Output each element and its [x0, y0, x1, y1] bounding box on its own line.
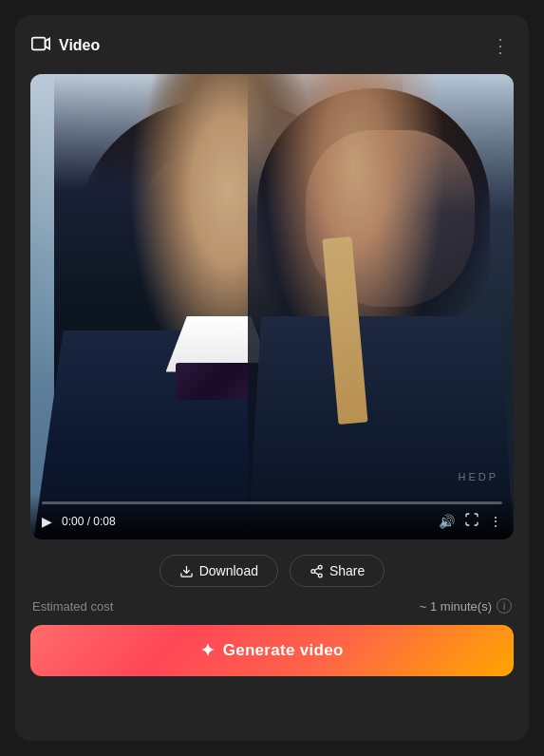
svg-line-5 — [314, 572, 318, 574]
svg-point-4 — [318, 574, 322, 577]
watermark: HEDP — [458, 471, 498, 482]
action-buttons: Download Share — [30, 555, 514, 587]
app-container: Video ⋮ HEDP — [0, 0, 544, 756]
header-more-button[interactable]: ⋮ — [487, 30, 514, 61]
svg-line-6 — [314, 568, 318, 570]
play-button[interactable]: ▶ — [42, 514, 52, 529]
video-controls: ▶ 0:00 / 0:08 🔊 ⋮ — [30, 494, 514, 539]
svg-rect-0 — [32, 38, 46, 50]
time-display: 0:00 / 0:08 — [62, 515, 429, 528]
sparkle-icon: ✦ — [200, 640, 215, 661]
share-label: Share — [329, 563, 365, 578]
cost-label: Estimated cost — [32, 599, 113, 614]
controls-row: ▶ 0:00 / 0:08 🔊 ⋮ — [42, 512, 502, 530]
card-title: Video — [59, 37, 100, 54]
svg-point-3 — [311, 569, 315, 573]
share-icon — [310, 564, 324, 578]
generate-video-button[interactable]: ✦ Generate video — [30, 625, 514, 676]
info-icon[interactable]: i — [497, 598, 512, 614]
fullscreen-button[interactable] — [464, 512, 479, 530]
progress-bar[interactable] — [42, 501, 502, 504]
generate-label: Generate video — [223, 641, 344, 660]
video-player[interactable]: HEDP ▶ 0:00 / 0:08 🔊 ⋮ — [30, 74, 514, 539]
download-label: Download — [199, 563, 258, 578]
video-thumbnail: HEDP — [30, 74, 514, 539]
share-button[interactable]: Share — [290, 555, 385, 587]
download-button[interactable]: Download — [159, 555, 278, 587]
volume-button[interactable]: 🔊 — [439, 514, 455, 529]
video-icon — [30, 33, 51, 58]
main-card: Video ⋮ HEDP — [15, 15, 529, 741]
cost-value: ~ 1 minute(s) — [420, 599, 492, 614]
cost-value-group: ~ 1 minute(s) i — [420, 598, 512, 614]
svg-point-2 — [318, 565, 322, 569]
title-group: Video — [30, 33, 100, 58]
controls-more-button[interactable]: ⋮ — [489, 514, 502, 529]
cost-row: Estimated cost ~ 1 minute(s) i — [30, 598, 514, 614]
download-icon — [179, 564, 194, 578]
card-header: Video ⋮ — [30, 30, 514, 61]
